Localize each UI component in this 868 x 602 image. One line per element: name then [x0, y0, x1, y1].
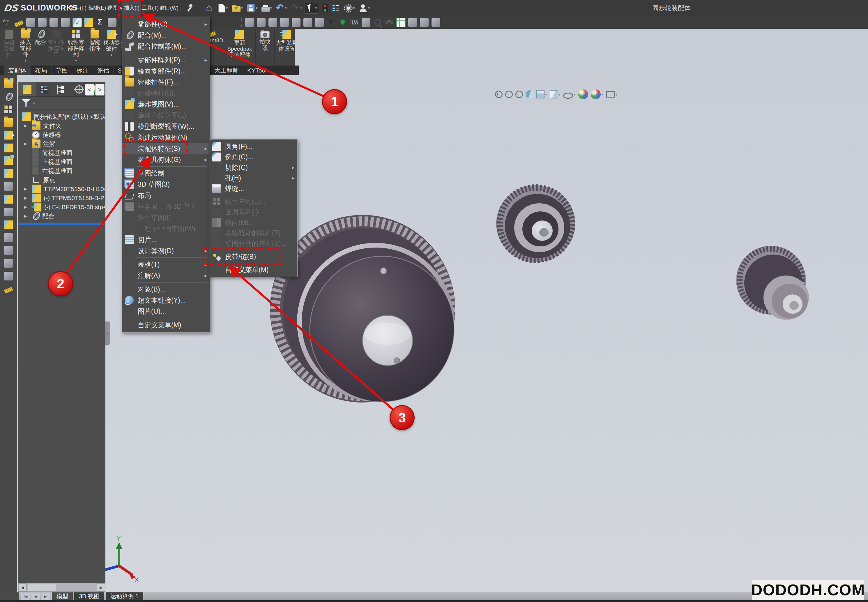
caret-down-icon[interactable]: ▾ [558, 92, 561, 97]
hole-alignment-button[interactable] [2, 244, 15, 257]
menu-item-insert-menu-29[interactable]: 超文本链接(Y)... [122, 295, 210, 306]
menu-item-assembly-submenu-1[interactable]: 圆角(F)... [209, 141, 297, 152]
caret-down-icon[interactable]: ▾ [226, 6, 228, 10]
ribbon-mate-clip-button[interactable]: 配合 [34, 29, 47, 45]
print-button[interactable]: ▾ [261, 3, 273, 13]
caret-down-icon[interactable]: ▾ [368, 6, 370, 10]
assembly-visualization-button[interactable] [2, 206, 15, 218]
move-component-button[interactable] [2, 129, 15, 141]
menu-item-insert-menu-32[interactable]: 自定义菜单(M) [122, 319, 210, 330]
spell-check-button[interactable] [2, 17, 12, 28]
panel-back-button[interactable]: < [85, 84, 94, 95]
caret-down-icon[interactable]: ▾ [256, 6, 258, 10]
tree-item-9[interactable]: ▶(-) TTPM50T5150-B-P30 [18, 194, 105, 203]
menu-item-insert-menu-18[interactable]: 布局 [122, 190, 210, 201]
spreadsheet-button[interactable] [396, 17, 406, 28]
spring-button[interactable] [350, 17, 359, 28]
ribbon-large-assembly-button[interactable]: 大型装配体设置 [276, 29, 298, 52]
format-doc-button[interactable] [419, 17, 429, 28]
addin-tab-1[interactable]: 大工程师 [210, 66, 243, 75]
bill-of-materials-button[interactable] [2, 193, 15, 206]
menubar-item-4[interactable]: 插入(I) [122, 0, 141, 16]
doc-tab-2[interactable]: 3D 视图 [74, 593, 104, 600]
tab-3[interactable]: 草图 [52, 66, 72, 75]
monitor-share-button[interactable] [268, 17, 278, 28]
caret-down-icon[interactable]: ▾ [285, 6, 287, 10]
caret-down-icon[interactable]: ▾ [300, 6, 302, 10]
zoom-area-button[interactable] [505, 91, 513, 98]
caret-down-icon[interactable]: ▾ [315, 6, 317, 10]
rollback-bar[interactable] [19, 223, 104, 225]
menu-item-insert-menu-22[interactable]: 切片... [122, 234, 210, 245]
menu-item-insert-menu-7[interactable]: 智能扣件(F)... [122, 77, 210, 88]
redo-button[interactable]: ▾ [290, 3, 303, 14]
menu-item-insert-menu-1[interactable]: 零部件(O)▸ [122, 18, 210, 30]
next-page-button[interactable]: ▶ [41, 593, 50, 600]
world-refresh-button[interactable] [291, 17, 301, 28]
menu-item-assembly-submenu-15[interactable]: 自定义菜单(M) [209, 264, 297, 275]
user-account-button[interactable]: ▾ [358, 3, 371, 14]
menu-item-insert-menu-11[interactable]: 模型断裂视图(W)... [122, 121, 210, 132]
menu-item-insert-menu-14[interactable]: 参考几何体(G)▸ [122, 154, 210, 165]
scroll-left-button[interactable]: ◀ [18, 584, 26, 591]
addin-tab-2[interactable]: KYTool [243, 66, 271, 75]
tree-item-2[interactable]: 传感器 [18, 130, 105, 139]
task-list-button[interactable] [330, 3, 341, 14]
menu-item-insert-menu-2[interactable]: 配合(M)... [122, 30, 210, 41]
export-doc-button[interactable] [37, 17, 47, 28]
menu-item-assembly-submenu-13[interactable]: 皮带/链(B) [209, 251, 297, 262]
ribbon-insert-component-button[interactable]: 插入零部件▾ [17, 29, 34, 64]
new-doc-button[interactable]: ▾ [218, 3, 229, 14]
clearance-verification-button[interactable] [2, 231, 15, 244]
notebook-button[interactable] [431, 17, 441, 28]
expand-arrow-icon[interactable]: ▶ [24, 187, 27, 191]
menubar-item-2[interactable]: 编辑(E) [87, 0, 108, 16]
tab-4[interactable]: 标注 [72, 66, 93, 75]
first-page-button[interactable]: |◀ [21, 593, 30, 600]
tree-item-10[interactable]: ▶(-) E-LBFDF15-30.stp<1> [18, 203, 105, 212]
menu-item-insert-menu-3[interactable]: 配合控制器(M)... [122, 41, 210, 52]
menu-item-insert-menu-25[interactable]: 表格(T)▸ [122, 259, 210, 270]
zoom-fit-button[interactable] [495, 91, 503, 98]
tab-5[interactable]: 评估 [93, 66, 113, 75]
performance-gauge-button[interactable] [49, 17, 59, 28]
clamp-tool-button[interactable] [61, 17, 71, 28]
bracket-button[interactable] [256, 17, 266, 28]
menu-item-insert-menu-17[interactable]: 3D 草图(3) [122, 179, 210, 190]
display-style-button[interactable]: ▾ [550, 90, 561, 98]
caret-down-icon[interactable]: ▾ [353, 6, 355, 10]
insert-component-button[interactable] [2, 77, 15, 90]
assembly-xpert-button[interactable] [2, 257, 15, 270]
menu-item-insert-menu-9[interactable]: 爆炸视图(V)... [122, 99, 210, 110]
menu-item-insert-menu-16[interactable]: 草图绘制 [122, 168, 210, 179]
caret-down-icon[interactable]: ▾ [545, 92, 547, 97]
caret-down-icon[interactable]: ▾ [615, 92, 618, 97]
filter-caret-icon[interactable]: ▾ [33, 101, 35, 106]
measure-button[interactable] [14, 17, 24, 28]
previous-view-button[interactable] [515, 91, 523, 98]
menu-item-assembly-submenu-4[interactable]: 孔(H)▸ [209, 173, 297, 183]
open-button[interactable]: ▾ [231, 3, 244, 13]
ribbon-snapshot-camera-button[interactable]: 拍快照 [257, 29, 273, 51]
hierarchy-button[interactable] [279, 17, 290, 28]
expand-arrow-icon[interactable]: ▶ [24, 123, 27, 128]
tree-item-8[interactable]: ▶TTPM20T5150-B-H10<1 [18, 184, 105, 194]
filter-funnel-icon[interactable] [22, 99, 31, 108]
section-view-button[interactable] [526, 90, 534, 98]
pin-menubar-icon[interactable] [185, 4, 194, 13]
menu-item-assembly-submenu-5[interactable]: 焊缝... [209, 183, 297, 194]
home-button[interactable] [205, 3, 215, 14]
panel-tab-property-manager[interactable] [36, 83, 53, 97]
ribbon-move-component-button[interactable]: 移动零部件▾ [103, 29, 120, 58]
tree-item-7[interactable]: 原点 [18, 175, 105, 184]
caret-down-icon[interactable]: ▾ [25, 58, 26, 64]
menu-item-insert-menu-13[interactable]: 装配体特征(S)▸ [122, 143, 210, 154]
binoculars-button[interactable] [384, 17, 394, 28]
gear-tool-button[interactable] [303, 17, 313, 28]
select-cursor-button[interactable]: ▾ [305, 3, 318, 14]
undo-button[interactable]: ▾ [275, 3, 288, 14]
options-gear-button[interactable]: ▾ [343, 3, 356, 14]
doc-tab-3[interactable]: 运动算例 1 [106, 593, 143, 600]
menu-item-insert-menu-5[interactable]: 零部件阵列(P)...▸ [122, 54, 210, 66]
hide-show-items-button[interactable]: ▾ [563, 90, 576, 99]
